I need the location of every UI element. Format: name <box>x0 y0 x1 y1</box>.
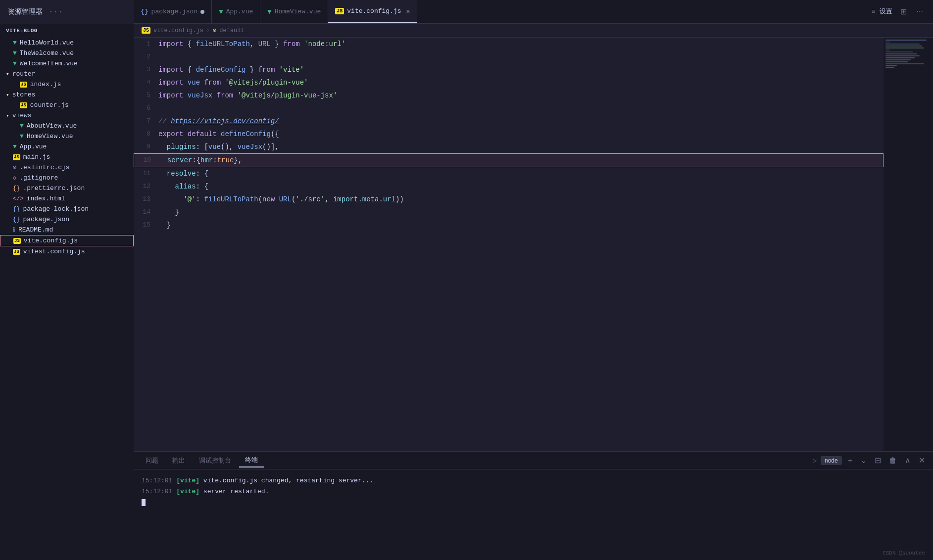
line-content-8: export default defineConfig({ <box>158 128 884 140</box>
code-line-5: 5import vueJsx from '@vitejs/plugin-vue-… <box>134 89 884 102</box>
sidebar-file-package-json[interactable]: {}package.json <box>0 214 134 225</box>
watermark: CSDN @scoutee <box>883 550 925 556</box>
sidebar-file-homeview-vue[interactable]: ▼HomeView.vue <box>0 131 134 141</box>
file-label: index.js <box>30 81 61 88</box>
sidebar-file-vitest-config-js[interactable]: JSvitest.config.js <box>0 246 134 257</box>
code-line-3: 3import { defineConfig } from 'vite' <box>134 63 884 76</box>
line-number-6: 6 <box>134 102 158 115</box>
code-line-12: 12 alias: { <box>134 180 884 193</box>
file-label: README.md <box>18 226 53 233</box>
line-content-11: resolve: { <box>158 167 884 180</box>
code-line-1: 1import { fileURLToPath, URL } from 'nod… <box>134 38 884 50</box>
terminal-content[interactable]: 15:12:01 [vite] vite.config.js changed, … <box>134 469 933 560</box>
project-name: VITE-BLOG <box>0 24 134 38</box>
line-number-13: 13 <box>134 193 158 206</box>
node-button[interactable]: node <box>821 456 842 465</box>
line-number-7: 7 <box>134 115 158 128</box>
sidebar-file--prettierrc-json[interactable]: {}.prettierrc.json <box>0 183 134 193</box>
line-number-4: 4 <box>134 76 158 89</box>
sidebar-folder-router[interactable]: ▾router <box>0 69 134 79</box>
file-label: package.json <box>23 216 69 223</box>
line-content-10: server:{hmr:true}, <box>159 154 883 167</box>
code-editor[interactable]: 1import { fileURLToPath, URL } from 'nod… <box>134 38 884 451</box>
line-content-9: plugins: [vue(), vueJsx()], <box>158 140 884 153</box>
sidebar-file-helloworld-vue[interactable]: ▼HelloWorld.vue <box>0 38 134 48</box>
sidebar-file-app-vue[interactable]: ▼App.vue <box>0 141 134 152</box>
md-file-icon: ℹ <box>13 226 15 233</box>
file-label: .prettierrc.json <box>23 185 85 192</box>
file-label: TheWelcome.vue <box>20 49 74 57</box>
sidebar-file--eslintrc-cjs[interactable]: ⊙.eslintrc.cjs <box>0 162 134 173</box>
sidebar-file-readme-md[interactable]: ℹREADME.md <box>0 225 134 235</box>
terminal-cursor <box>142 499 146 506</box>
sidebar-file-index-js[interactable]: JSindex.js <box>0 79 134 90</box>
sidebar-file--gitignore[interactable]: ◇.gitignore <box>0 173 134 183</box>
file-label: App.vue <box>20 143 47 150</box>
line-number-2: 2 <box>134 50 158 63</box>
code-line-8: 8export default defineConfig({ <box>134 128 884 140</box>
vue-file-icon: ▼ <box>20 133 24 140</box>
tab-label: App.vue <box>226 8 253 15</box>
vue-file-icon: ▼ <box>20 122 24 130</box>
terminal-layout-button[interactable]: ⊟ <box>873 455 883 466</box>
line-content-7: // https://vitejs.dev/config/ <box>158 115 884 128</box>
line-number-14: 14 <box>134 206 158 219</box>
terminal-add-button[interactable]: + <box>846 455 854 466</box>
tab-homeview-vue[interactable]: ▼HomeView.vue <box>260 0 328 23</box>
tab-app-vue[interactable]: ▼App.vue <box>212 0 260 23</box>
terminal-close-button[interactable]: ✕ <box>917 455 927 466</box>
sidebar-file-vite-config-js[interactable]: JSvite.config.js <box>0 235 134 246</box>
terminal-tab-调试控制台[interactable]: 调试控制台 <box>193 454 237 467</box>
tab-label: HomeView.vue <box>275 8 321 15</box>
chevron-down-icon: ▾ <box>6 112 9 119</box>
file-label: HomeView.vue <box>27 133 73 140</box>
terminal-toolbar: ▷ node + ⌄ ⊟ 🗑 ∧ ✕ <box>813 455 927 466</box>
sidebar-folder-views[interactable]: ▾views <box>0 110 134 121</box>
sidebar-file-aboutview-vue[interactable]: ▼AboutView.vue <box>0 121 134 131</box>
line-content-4: import vue from '@vitejs/plugin-vue' <box>158 76 884 89</box>
breadcrumb-symbol-icon: ⊙ <box>213 27 216 34</box>
layout-button[interactable]: ⊞ <box>898 6 909 17</box>
line-number-3: 3 <box>134 63 158 76</box>
settings-label[interactable]: ≡ 设置 <box>872 7 892 16</box>
json-file-icon: {} <box>13 206 20 213</box>
tab-vite-config-js[interactable]: JSvite.config.js✕ <box>328 0 417 23</box>
toolbar-right: ≡ 设置 ⊞ ··· <box>864 0 933 23</box>
code-line-4: 4import vue from '@vitejs/plugin-vue' <box>134 76 884 89</box>
file-label: index.html <box>27 195 65 202</box>
code-line-2: 2 <box>134 50 884 63</box>
file-label: WelcomeItem.vue <box>20 60 78 67</box>
js-file-icon: JS <box>20 82 27 88</box>
explorer-label: 资源管理器 <box>8 7 43 16</box>
terminal-up-button[interactable]: ∧ <box>903 455 913 466</box>
file-label: vite.config.js <box>24 237 78 244</box>
sidebar-file-main-js[interactable]: JSmain.js <box>0 152 134 162</box>
line-number-8: 8 <box>134 128 158 140</box>
more-button[interactable]: ··· <box>915 6 925 17</box>
js-file-icon: JS <box>13 238 21 244</box>
tab-bar: {}package.json▼App.vue▼HomeView.vueJSvit… <box>134 0 933 24</box>
tab-close-icon[interactable]: ✕ <box>406 7 410 15</box>
terminal-timestamp: 15:12:01 <box>142 488 176 495</box>
sidebar-file-thewelcome-vue[interactable]: ▼TheWelcome.vue <box>0 48 134 58</box>
terminal-tab-问题[interactable]: 问题 <box>140 454 164 467</box>
terminal-tab-终端[interactable]: 终端 <box>239 454 264 467</box>
sidebar-file-welcomeitem-vue[interactable]: ▼WelcomeItem.vue <box>0 58 134 69</box>
code-line-6: 6 <box>134 102 884 115</box>
tab-package-json[interactable]: {}package.json <box>134 0 212 23</box>
terminal-tab-输出[interactable]: 输出 <box>166 454 191 467</box>
terminal-trash-button[interactable]: 🗑 <box>887 455 899 466</box>
file-label: HelloWorld.vue <box>20 39 74 47</box>
code-line-9: 9 plugins: [vue(), vueJsx()], <box>134 140 884 153</box>
line-content-2 <box>158 50 884 63</box>
minimap-content <box>884 38 933 71</box>
sidebar-file-index-html[interactable]: </>index.html <box>0 193 134 204</box>
sidebar-folder-stores[interactable]: ▾stores <box>0 90 134 100</box>
terminal-split-button[interactable]: ⌄ <box>858 455 869 466</box>
sidebar-file-counter-js[interactable]: JScounter.js <box>0 100 134 110</box>
line-number-10: 10 <box>134 154 159 167</box>
explorer-more-button[interactable]: ··· <box>47 5 65 18</box>
line-content-15: } <box>158 219 884 232</box>
sidebar-file-package-lock-json[interactable]: {}package-lock.json <box>0 204 134 214</box>
line-content-5: import vueJsx from '@vitejs/plugin-vue-j… <box>158 89 884 102</box>
